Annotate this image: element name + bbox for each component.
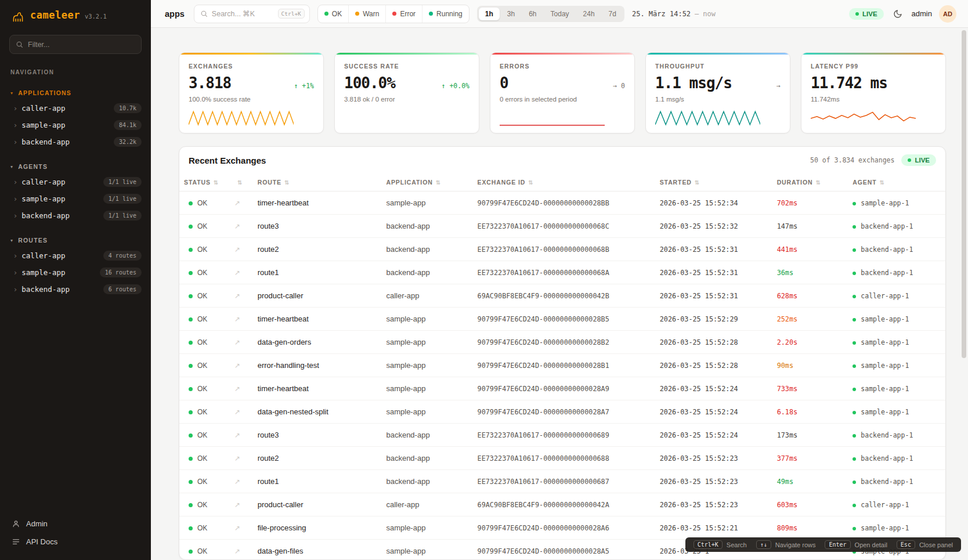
stat-card: LATENCY P99 11.742 ms 11.742ms — [801, 52, 946, 133]
open-detail-icon[interactable]: ↗ — [234, 454, 240, 463]
time-range-button[interactable]: 7d — [602, 8, 623, 20]
sidebar-item-route[interactable]: › backend-app 6 routes — [0, 281, 151, 298]
open-detail-icon[interactable]: ↗ — [234, 501, 240, 509]
column-header[interactable]: DURATION⇅ — [772, 174, 848, 192]
sort-icon: ⇅ — [880, 179, 885, 186]
time-range-button[interactable]: 24h — [577, 8, 601, 20]
agent-cell: backend-app-1 — [848, 215, 945, 238]
time-range-button[interactable]: 6h — [522, 8, 543, 20]
sidebar-item-application[interactable]: › caller-app 10.7k — [0, 100, 151, 117]
search-input[interactable] — [212, 10, 274, 18]
time-range-button[interactable]: 3h — [501, 8, 521, 20]
moon-icon — [893, 9, 902, 19]
exchanges-table: STATUS⇅ ⇅ ROUTE⇅ APPLIC — [179, 174, 945, 560]
open-detail-icon[interactable]: ↗ — [234, 292, 240, 300]
application-cell: sample-app — [381, 354, 472, 377]
recent-exchanges-panel: Recent Exchanges 50 of 3.834 exchanges L… — [179, 146, 946, 560]
sort-icon: ⇅ — [214, 179, 219, 186]
avatar[interactable]: AD — [939, 5, 956, 23]
section-header-applications[interactable]: ▾ APPLICATIONS — [0, 89, 151, 100]
column-header[interactable]: STATUS⇅ — [179, 174, 230, 192]
section-header-routes[interactable]: ▾ ROUTES — [0, 237, 151, 247]
open-detail-icon[interactable]: ↗ — [234, 315, 240, 323]
open-detail-icon[interactable]: ↗ — [234, 547, 240, 555]
open-detail-icon[interactable]: ↗ — [234, 222, 240, 230]
open-detail-icon[interactable]: ↗ — [234, 385, 240, 393]
sidebar-item-label: backend-app — [21, 285, 70, 294]
table-row[interactable]: OK ↗ route1 backend-app EE7322370A10617-… — [179, 470, 945, 493]
route-cell: product-caller — [253, 493, 382, 516]
sidebar-item-route[interactable]: › caller-app 4 routes — [0, 247, 151, 264]
table-row[interactable]: OK ↗ error-handling-test sample-app 9079… — [179, 354, 945, 377]
table-row[interactable]: OK ↗ data-gen-nested-split sample-app 90… — [179, 400, 945, 424]
table-row[interactable]: OK ↗ file-processing sample-app 90799F47… — [179, 516, 945, 540]
exchange-id-cell: EE7322370A10617-000000000000068C — [473, 215, 655, 238]
search-box[interactable]: Ctrl+K — [194, 5, 310, 23]
open-detail-icon[interactable]: ↗ — [234, 362, 240, 370]
column-header[interactable]: AGENT⇅ — [848, 174, 945, 192]
time-range-button[interactable]: Today — [544, 8, 576, 20]
open-detail-icon[interactable]: ↗ — [234, 478, 240, 486]
sidebar-item-api-docs[interactable]: API Docs — [5, 533, 146, 551]
section-header-agents[interactable]: ▾ AGENTS — [0, 163, 151, 174]
status-filter[interactable]: OK — [318, 5, 348, 23]
table-row[interactable]: OK ↗ product-caller caller-app 69AC90BF8… — [179, 284, 945, 308]
column-header[interactable]: EXCHANGE ID⇅ — [473, 174, 655, 192]
sidebar-item-admin[interactable]: Admin — [5, 515, 146, 533]
agent-cell: backend-app-1 — [848, 424, 945, 447]
status-cell: OK — [179, 516, 230, 540]
open-detail-icon[interactable]: ↗ — [234, 338, 240, 346]
agent-status-dot — [853, 248, 856, 252]
open-detail-icon[interactable]: ↗ — [234, 199, 240, 207]
caret-down-icon: ▾ — [10, 164, 13, 169]
table-row[interactable]: OK ↗ route2 backend-app EE7322370A10617-… — [179, 238, 945, 261]
date-range[interactable]: 25. März 14:52 — now — [632, 10, 716, 18]
status-ok-dot — [189, 317, 193, 321]
started-cell: 2026-03-25 15:52:24 — [655, 377, 772, 400]
dark-mode-toggle[interactable] — [891, 7, 905, 21]
column-header[interactable]: ⇅ — [230, 174, 253, 192]
table-row[interactable]: OK ↗ timer-heartbeat sample-app 90799F47… — [179, 308, 945, 331]
sidebar-item-agent[interactable]: › caller-app 1/1 live — [0, 174, 151, 190]
open-detail-icon[interactable]: ↗ — [234, 269, 240, 277]
open-detail-icon[interactable]: ↗ — [234, 524, 240, 532]
open-detail-icon[interactable]: ↗ — [234, 408, 240, 416]
table-row[interactable]: OK ↗ timer-heartbeat sample-app 90799F47… — [179, 192, 945, 215]
application-cell: caller-app — [381, 284, 472, 308]
column-header[interactable]: ROUTE⇅ — [253, 174, 382, 192]
sidebar-item-route[interactable]: › sample-app 16 routes — [0, 264, 151, 281]
stat-subtext: 1.1 msg/s — [655, 96, 781, 103]
table-row[interactable]: OK ↗ product-caller caller-app 69AC90BF8… — [179, 493, 945, 516]
table-row[interactable]: OK ↗ route3 backend-app EE7322370A10617-… — [179, 215, 945, 238]
table-row[interactable]: OK ↗ data-gen-orders sample-app 90799F47… — [179, 331, 945, 354]
table-row[interactable]: OK ↗ route3 backend-app EE7322370A10617-… — [179, 424, 945, 447]
time-range-button[interactable]: 1h — [479, 8, 500, 20]
sidebar-item-application[interactable]: › sample-app 84.1k — [0, 117, 151, 133]
status-filter[interactable]: Running — [422, 5, 469, 23]
sidebar-item-application[interactable]: › backend-app 32.2k — [0, 133, 151, 150]
status-filter[interactable]: Error — [385, 5, 422, 23]
card-accent-bar — [335, 53, 479, 55]
shortcuts-bar: Ctrl+K Search ↑↓ Navigate rows Enter Ope… — [685, 537, 961, 552]
stat-card: EXCHANGES 3.818 ↑ +1% 100.0% success rat… — [179, 52, 324, 133]
open-detail-icon[interactable]: ↗ — [234, 431, 240, 439]
table-row[interactable]: OK ↗ timer-heartbeat sample-app 90799F47… — [179, 377, 945, 400]
duration-cell: 6.18s — [772, 400, 848, 424]
filter-input[interactable] — [28, 41, 135, 49]
table-row[interactable]: OK ↗ route1 backend-app EE7322370A10617-… — [179, 261, 945, 284]
agent-name: caller-app-1 — [861, 292, 909, 300]
scrollbar-thumb[interactable] — [962, 30, 966, 358]
live-badge[interactable]: LIVE — [849, 8, 884, 20]
status-cell: OK — [179, 261, 230, 284]
duration-cell: 90ms — [772, 354, 848, 377]
sidebar-item-agent[interactable]: › sample-app 1/1 live — [0, 190, 151, 207]
column-header[interactable]: STARTED⇅ — [655, 174, 772, 192]
open-detail-icon[interactable]: ↗ — [234, 245, 240, 254]
route-cell: timer-heartbeat — [253, 377, 382, 400]
started-cell: 2026-03-25 15:52:32 — [655, 215, 772, 238]
sidebar-item-agent[interactable]: › backend-app 1/1 live — [0, 207, 151, 224]
key-badge: Esc — [897, 540, 915, 549]
status-filter[interactable]: Warn — [348, 5, 385, 23]
column-header[interactable]: APPLICATION⇅ — [381, 174, 472, 192]
table-row[interactable]: OK ↗ route2 backend-app EE7322370A10617-… — [179, 447, 945, 470]
